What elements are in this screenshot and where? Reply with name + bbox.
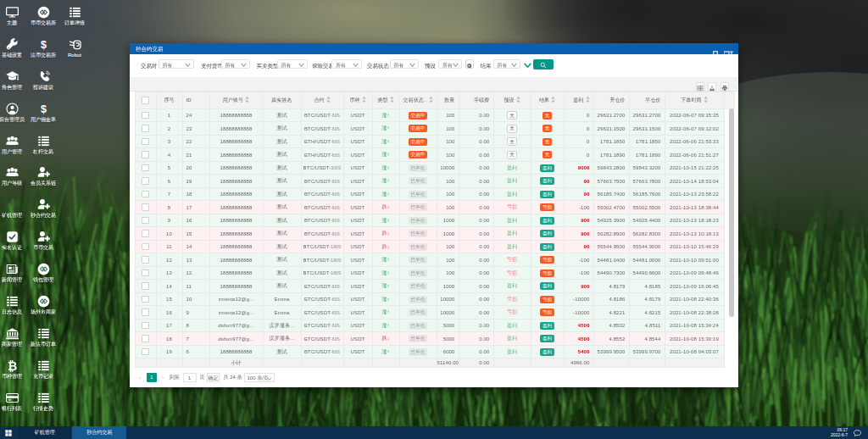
svg-text:$: $ bbox=[41, 103, 47, 115]
svg-text:₿: ₿ bbox=[7, 360, 16, 373]
svg-text:$: $ bbox=[41, 39, 47, 51]
